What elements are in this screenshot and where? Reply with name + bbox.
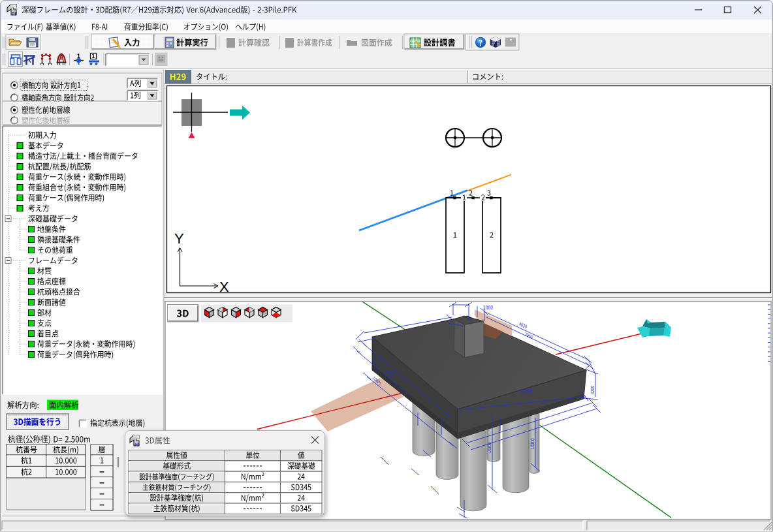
svg-text:Y: Y bbox=[174, 230, 184, 247]
svg-text:X: X bbox=[219, 279, 229, 295]
